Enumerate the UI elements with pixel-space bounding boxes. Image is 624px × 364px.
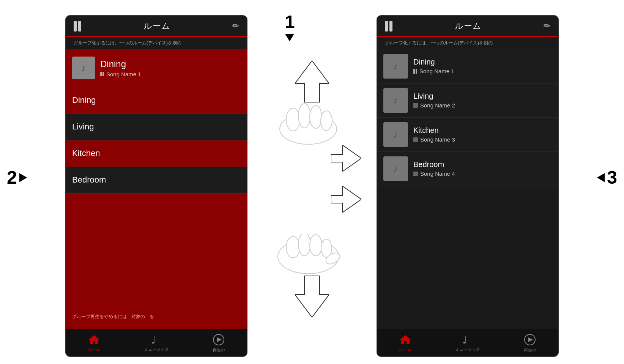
left-active-song-info: Song Name 1 bbox=[100, 71, 241, 77]
svg-text:♩: ♩ bbox=[462, 334, 467, 345]
svg-marker-17 bbox=[331, 145, 361, 172]
right-spacer bbox=[377, 186, 558, 329]
gesture-up-arrow bbox=[295, 61, 329, 104]
left-living-label: Living bbox=[72, 122, 94, 132]
right-kitchen-art: ♪ bbox=[383, 122, 408, 147]
left-header: ルーム ✏ グループ化するには、一つのルーム(デバイス)を別の bbox=[66, 16, 247, 49]
right-dining-info: Dining Song Name 1 bbox=[413, 58, 552, 74]
right-dining-status bbox=[413, 69, 417, 74]
right-header-pause-icon bbox=[385, 21, 392, 32]
svg-marker-0 bbox=[89, 335, 99, 344]
music-note-active: ♪ bbox=[81, 62, 86, 74]
left-header-subtitle: グループ化するには、一つのルーム(デバイス)を別の bbox=[74, 37, 239, 49]
left-nav-playing-label: 再生中 bbox=[213, 347, 225, 353]
left-nav-rooms-label: ルーム bbox=[88, 347, 100, 352]
gesture-area bbox=[270, 15, 354, 357]
right-room-living[interactable]: ♪ Living Song Name 2 bbox=[377, 84, 558, 118]
pause-bar-1 bbox=[74, 21, 77, 32]
left-bottom-text: グループ再生をやめるには、対象の を bbox=[72, 314, 241, 320]
right-house-icon bbox=[399, 334, 411, 345]
gesture-right-arrow bbox=[331, 145, 361, 173]
svg-point-8 bbox=[298, 104, 310, 128]
right-pause-bar-1 bbox=[385, 21, 388, 32]
left-nav-playing[interactable]: 再生中 bbox=[213, 334, 225, 353]
arrow-right-2 bbox=[19, 173, 27, 182]
right-dining-art: ♪ bbox=[383, 54, 408, 79]
left-room-dining[interactable]: Dining bbox=[66, 87, 247, 114]
right-dining-song: Song Name 1 bbox=[413, 68, 552, 74]
right-nav-rooms[interactable]: ルーム bbox=[399, 334, 411, 352]
right-header: ルーム ✏ グループ化するには、一つのルーム(デバイス)を別の bbox=[377, 16, 558, 49]
left-active-album-art: ♪ bbox=[72, 57, 95, 79]
right-kitchen-song: Song Name 3 bbox=[413, 136, 552, 143]
right-nav-music-label: ミュージック bbox=[455, 347, 480, 352]
left-nav-music[interactable]: ♩ ミュージック bbox=[144, 334, 169, 352]
left-nav-music-label: ミュージック bbox=[144, 347, 169, 352]
left-bedroom-label: Bedroom bbox=[72, 175, 106, 185]
pause-bar-2 bbox=[78, 21, 81, 32]
right-nav-playing-label: 再生中 bbox=[524, 347, 536, 353]
right-kitchen-status-sq bbox=[413, 137, 418, 142]
right-room-bedroom[interactable]: ♪ Bedroom Song Name 4 bbox=[377, 152, 558, 186]
left-header-pause-icon bbox=[74, 21, 81, 32]
svg-point-13 bbox=[298, 234, 310, 256]
right-nav-playing[interactable]: 再生中 bbox=[524, 334, 536, 353]
svg-marker-22 bbox=[528, 337, 533, 342]
right-room-dining[interactable]: ♪ Dining Song Name 1 bbox=[377, 49, 558, 84]
left-bottom-info: グループ再生をやめるには、対象の を bbox=[66, 310, 247, 329]
instruction-2: 2 bbox=[7, 167, 27, 188]
right-header-top: ルーム ✏ bbox=[385, 20, 550, 36]
svg-point-10 bbox=[321, 111, 332, 131]
right-living-info: Living Song Name 2 bbox=[413, 92, 552, 109]
main-container: 1 2 3 ルーム ✏ グループ化するには bbox=[0, 0, 624, 364]
right-header-subtitle: グループ化するには、一つのルーム(デバイス)を別の bbox=[385, 37, 550, 49]
right-bedroom-name: Bedroom bbox=[413, 160, 552, 169]
left-header-title: ルーム bbox=[143, 20, 170, 32]
left-house-icon bbox=[88, 334, 100, 345]
right-bedroom-song: Song Name 4 bbox=[413, 170, 552, 177]
status-bar-a bbox=[100, 72, 102, 76]
gesture-hand-lower bbox=[274, 234, 342, 281]
svg-point-14 bbox=[310, 235, 322, 256]
svg-point-12 bbox=[286, 236, 300, 258]
right-living-status-sq bbox=[413, 103, 418, 108]
right-living-note: ♪ bbox=[393, 95, 398, 106]
left-active-status-bars bbox=[100, 72, 104, 76]
right-room-kitchen[interactable]: ♪ Kitchen Song Name 3 bbox=[377, 118, 558, 152]
right-dining-note: ♪ bbox=[393, 60, 398, 72]
left-edit-icon[interactable]: ✏ bbox=[232, 21, 239, 31]
left-active-room-name: Dining bbox=[100, 59, 241, 69]
right-bedroom-info: Bedroom Song Name 4 bbox=[413, 160, 552, 177]
right-pause-bar-2 bbox=[389, 21, 392, 32]
right-kitchen-song-name: Song Name 3 bbox=[420, 136, 455, 143]
right-room-list: ♪ Dining Song Name 1 bbox=[377, 49, 558, 329]
svg-marker-5 bbox=[295, 276, 329, 317]
right-header-title: ルーム bbox=[455, 20, 482, 32]
right-living-name: Living bbox=[413, 92, 552, 101]
right-dining-name: Dining bbox=[413, 58, 552, 66]
left-header-top: ルーム ✏ bbox=[74, 20, 239, 36]
left-active-song-name: Song Name 1 bbox=[106, 71, 141, 77]
svg-marker-18 bbox=[331, 186, 361, 213]
arrow-left-3 bbox=[597, 173, 605, 182]
left-spacer bbox=[66, 194, 247, 310]
left-room-living[interactable]: Living bbox=[66, 114, 247, 140]
right-living-song-name: Song Name 2 bbox=[420, 102, 455, 109]
right-dining-bar-a bbox=[413, 69, 415, 74]
left-nav-rooms[interactable]: ルーム bbox=[88, 334, 100, 352]
right-living-art: ♪ bbox=[383, 88, 408, 113]
right-kitchen-name: Kitchen bbox=[413, 126, 552, 135]
right-kitchen-info: Kitchen Song Name 3 bbox=[413, 126, 552, 143]
right-nav-rooms-label: ルーム bbox=[399, 347, 411, 352]
right-edit-icon[interactable]: ✏ bbox=[544, 21, 550, 31]
left-room-kitchen[interactable]: Kitchen bbox=[66, 140, 247, 167]
left-music-icon: ♩ bbox=[150, 334, 162, 345]
left-active-room-item[interactable]: ♪ Dining Song Name 1 bbox=[66, 49, 247, 87]
right-bedroom-song-name: Song Name 4 bbox=[420, 170, 455, 177]
left-room-bedroom[interactable]: Bedroom bbox=[66, 167, 247, 194]
right-play-icon bbox=[524, 334, 536, 346]
right-nav-music[interactable]: ♩ ミュージック bbox=[455, 334, 480, 352]
right-bedroom-status-sq bbox=[413, 172, 418, 176]
gesture-right-arrow-2 bbox=[331, 186, 361, 214]
gesture-down-arrow bbox=[295, 276, 329, 319]
